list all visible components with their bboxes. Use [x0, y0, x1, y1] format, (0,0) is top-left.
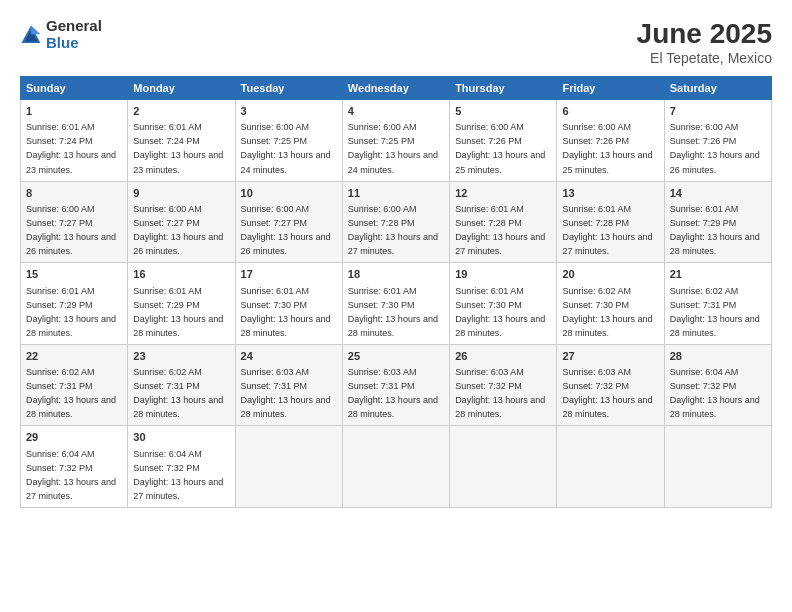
table-row — [235, 426, 342, 508]
day-info: Sunrise: 6:00 AMSunset: 7:26 PMDaylight:… — [562, 122, 652, 174]
day-info: Sunrise: 6:00 AMSunset: 7:26 PMDaylight:… — [670, 122, 760, 174]
day-info: Sunrise: 6:01 AMSunset: 7:28 PMDaylight:… — [562, 204, 652, 256]
day-number: 14 — [670, 186, 766, 201]
table-row: 29Sunrise: 6:04 AMSunset: 7:32 PMDayligh… — [21, 426, 128, 508]
day-info: Sunrise: 6:01 AMSunset: 7:29 PMDaylight:… — [26, 286, 116, 338]
table-row: 8Sunrise: 6:00 AMSunset: 7:27 PMDaylight… — [21, 181, 128, 263]
day-number: 4 — [348, 104, 444, 119]
page-header: General Blue June 2025 El Tepetate, Mexi… — [20, 18, 772, 66]
day-number: 18 — [348, 267, 444, 282]
col-wednesday: Wednesday — [342, 77, 449, 100]
day-number: 24 — [241, 349, 337, 364]
table-row: 9Sunrise: 6:00 AMSunset: 7:27 PMDaylight… — [128, 181, 235, 263]
day-number: 28 — [670, 349, 766, 364]
day-number: 11 — [348, 186, 444, 201]
day-info: Sunrise: 6:02 AMSunset: 7:31 PMDaylight:… — [133, 367, 223, 419]
day-number: 17 — [241, 267, 337, 282]
day-info: Sunrise: 6:01 AMSunset: 7:30 PMDaylight:… — [241, 286, 331, 338]
day-info: Sunrise: 6:00 AMSunset: 7:25 PMDaylight:… — [348, 122, 438, 174]
table-row: 17Sunrise: 6:01 AMSunset: 7:30 PMDayligh… — [235, 263, 342, 345]
table-row: 27Sunrise: 6:03 AMSunset: 7:32 PMDayligh… — [557, 344, 664, 426]
day-number: 1 — [26, 104, 122, 119]
day-number: 7 — [670, 104, 766, 119]
table-row: 19Sunrise: 6:01 AMSunset: 7:30 PMDayligh… — [450, 263, 557, 345]
table-row: 28Sunrise: 6:04 AMSunset: 7:32 PMDayligh… — [664, 344, 771, 426]
day-info: Sunrise: 6:01 AMSunset: 7:28 PMDaylight:… — [455, 204, 545, 256]
day-number: 29 — [26, 430, 122, 445]
day-info: Sunrise: 6:02 AMSunset: 7:30 PMDaylight:… — [562, 286, 652, 338]
logo-icon — [20, 24, 42, 46]
col-thursday: Thursday — [450, 77, 557, 100]
table-row: 7Sunrise: 6:00 AMSunset: 7:26 PMDaylight… — [664, 100, 771, 182]
table-row — [664, 426, 771, 508]
table-row: 16Sunrise: 6:01 AMSunset: 7:29 PMDayligh… — [128, 263, 235, 345]
day-info: Sunrise: 6:01 AMSunset: 7:24 PMDaylight:… — [133, 122, 223, 174]
col-monday: Monday — [128, 77, 235, 100]
table-row: 6Sunrise: 6:00 AMSunset: 7:26 PMDaylight… — [557, 100, 664, 182]
day-number: 23 — [133, 349, 229, 364]
day-number: 22 — [26, 349, 122, 364]
day-info: Sunrise: 6:00 AMSunset: 7:28 PMDaylight:… — [348, 204, 438, 256]
title-location: El Tepetate, Mexico — [637, 50, 772, 66]
day-info: Sunrise: 6:02 AMSunset: 7:31 PMDaylight:… — [26, 367, 116, 419]
table-row: 13Sunrise: 6:01 AMSunset: 7:28 PMDayligh… — [557, 181, 664, 263]
day-number: 12 — [455, 186, 551, 201]
col-saturday: Saturday — [664, 77, 771, 100]
day-number: 6 — [562, 104, 658, 119]
table-row — [557, 426, 664, 508]
table-row: 4Sunrise: 6:00 AMSunset: 7:25 PMDaylight… — [342, 100, 449, 182]
table-row: 3Sunrise: 6:00 AMSunset: 7:25 PMDaylight… — [235, 100, 342, 182]
logo: General Blue — [20, 18, 102, 51]
day-info: Sunrise: 6:01 AMSunset: 7:29 PMDaylight:… — [133, 286, 223, 338]
day-info: Sunrise: 6:00 AMSunset: 7:27 PMDaylight:… — [241, 204, 331, 256]
table-row: 11Sunrise: 6:00 AMSunset: 7:28 PMDayligh… — [342, 181, 449, 263]
day-number: 21 — [670, 267, 766, 282]
day-number: 27 — [562, 349, 658, 364]
day-number: 2 — [133, 104, 229, 119]
table-row: 30Sunrise: 6:04 AMSunset: 7:32 PMDayligh… — [128, 426, 235, 508]
table-row: 5Sunrise: 6:00 AMSunset: 7:26 PMDaylight… — [450, 100, 557, 182]
day-info: Sunrise: 6:01 AMSunset: 7:24 PMDaylight:… — [26, 122, 116, 174]
day-number: 10 — [241, 186, 337, 201]
title-month: June 2025 — [637, 18, 772, 50]
table-row: 22Sunrise: 6:02 AMSunset: 7:31 PMDayligh… — [21, 344, 128, 426]
table-row: 25Sunrise: 6:03 AMSunset: 7:31 PMDayligh… — [342, 344, 449, 426]
day-number: 20 — [562, 267, 658, 282]
table-row: 15Sunrise: 6:01 AMSunset: 7:29 PMDayligh… — [21, 263, 128, 345]
day-info: Sunrise: 6:03 AMSunset: 7:32 PMDaylight:… — [562, 367, 652, 419]
day-number: 5 — [455, 104, 551, 119]
calendar-table: Sunday Monday Tuesday Wednesday Thursday… — [20, 76, 772, 508]
day-info: Sunrise: 6:04 AMSunset: 7:32 PMDaylight:… — [133, 449, 223, 501]
day-number: 30 — [133, 430, 229, 445]
col-friday: Friday — [557, 77, 664, 100]
day-number: 25 — [348, 349, 444, 364]
col-tuesday: Tuesday — [235, 77, 342, 100]
day-info: Sunrise: 6:04 AMSunset: 7:32 PMDaylight:… — [670, 367, 760, 419]
svg-marker-2 — [31, 25, 41, 34]
day-info: Sunrise: 6:03 AMSunset: 7:31 PMDaylight:… — [241, 367, 331, 419]
table-row: 1Sunrise: 6:01 AMSunset: 7:24 PMDaylight… — [21, 100, 128, 182]
table-row: 10Sunrise: 6:00 AMSunset: 7:27 PMDayligh… — [235, 181, 342, 263]
day-info: Sunrise: 6:03 AMSunset: 7:31 PMDaylight:… — [348, 367, 438, 419]
day-info: Sunrise: 6:00 AMSunset: 7:27 PMDaylight:… — [26, 204, 116, 256]
logo-general: General — [46, 18, 102, 35]
day-number: 3 — [241, 104, 337, 119]
table-row: 12Sunrise: 6:01 AMSunset: 7:28 PMDayligh… — [450, 181, 557, 263]
day-info: Sunrise: 6:00 AMSunset: 7:27 PMDaylight:… — [133, 204, 223, 256]
day-info: Sunrise: 6:01 AMSunset: 7:30 PMDaylight:… — [348, 286, 438, 338]
day-number: 9 — [133, 186, 229, 201]
table-row: 26Sunrise: 6:03 AMSunset: 7:32 PMDayligh… — [450, 344, 557, 426]
day-number: 26 — [455, 349, 551, 364]
day-info: Sunrise: 6:01 AMSunset: 7:29 PMDaylight:… — [670, 204, 760, 256]
day-info: Sunrise: 6:04 AMSunset: 7:32 PMDaylight:… — [26, 449, 116, 501]
table-row: 24Sunrise: 6:03 AMSunset: 7:31 PMDayligh… — [235, 344, 342, 426]
table-row: 23Sunrise: 6:02 AMSunset: 7:31 PMDayligh… — [128, 344, 235, 426]
day-number: 16 — [133, 267, 229, 282]
header-row: Sunday Monday Tuesday Wednesday Thursday… — [21, 77, 772, 100]
table-row: 20Sunrise: 6:02 AMSunset: 7:30 PMDayligh… — [557, 263, 664, 345]
calendar-header: Sunday Monday Tuesday Wednesday Thursday… — [21, 77, 772, 100]
table-row: 21Sunrise: 6:02 AMSunset: 7:31 PMDayligh… — [664, 263, 771, 345]
col-sunday: Sunday — [21, 77, 128, 100]
day-number: 19 — [455, 267, 551, 282]
day-number: 8 — [26, 186, 122, 201]
